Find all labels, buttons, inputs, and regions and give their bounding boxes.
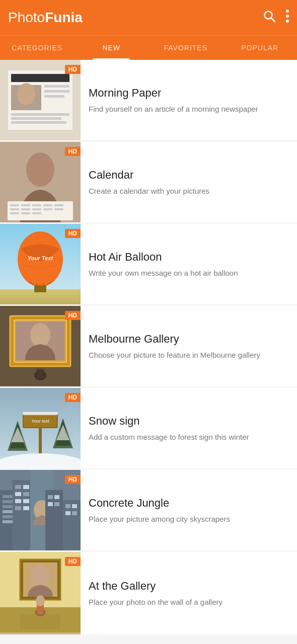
svg-line-1	[271, 18, 275, 22]
hd-badge: HD	[65, 557, 81, 566]
svg-rect-23	[54, 204, 63, 206]
svg-rect-75	[23, 492, 29, 496]
item-title: Calendar	[89, 169, 209, 182]
tab-new[interactable]: NEW	[75, 36, 149, 60]
item-info: Melbourne Gallery Choose your picture to…	[81, 306, 268, 386]
app-header: PhotoFunia	[0, 0, 297, 35]
svg-rect-28	[54, 208, 63, 210]
item-info: Concrete Jungle Place your picture among…	[81, 470, 238, 550]
item-image: HD	[0, 60, 81, 140]
svg-rect-26	[32, 208, 41, 210]
svg-rect-66	[3, 500, 13, 503]
item-info: At the Gallery Place your photo on the w…	[81, 552, 231, 634]
header-icons	[263, 10, 289, 26]
svg-rect-77	[23, 499, 29, 503]
item-desc: Write your own message on a hot air ball…	[89, 268, 238, 278]
svg-rect-89	[72, 504, 77, 508]
svg-rect-67	[3, 505, 13, 508]
nav-tabs: CATEGORIES NEW FAVORITES POPULAR	[0, 35, 297, 60]
svg-rect-70	[3, 520, 13, 523]
svg-rect-37	[34, 285, 46, 292]
svg-rect-78	[15, 506, 21, 510]
svg-rect-83	[48, 495, 53, 499]
item-info: Snow sign Add a custom message to forest…	[81, 388, 257, 468]
svg-rect-101	[20, 614, 60, 629]
svg-rect-69	[3, 515, 13, 518]
content-list: HD Morning Paper Find yourself on an art…	[0, 60, 297, 634]
hd-badge: HD	[65, 311, 81, 320]
hd-badge: HD	[65, 393, 81, 402]
tab-popular[interactable]: POPULAR	[223, 36, 298, 60]
svg-point-9	[17, 83, 35, 105]
svg-rect-62	[23, 412, 58, 415]
svg-rect-14	[44, 90, 69, 93]
svg-rect-19	[10, 204, 19, 206]
hd-badge: HD	[65, 65, 81, 74]
item-title: Morning Paper	[89, 87, 258, 100]
svg-rect-29	[10, 212, 19, 214]
svg-rect-86	[54, 502, 59, 506]
item-title: Snow sign	[89, 415, 249, 428]
list-item[interactable]: Your text HD Snow sign Add a custom mess…	[0, 388, 297, 468]
list-item[interactable]: HD Concrete Jungle Place your picture am…	[0, 470, 297, 550]
item-image: Your Text HD	[0, 224, 81, 304]
item-title: Melbourne Gallery	[89, 333, 260, 346]
item-desc: Create a calendar with your pictures	[89, 186, 209, 196]
list-item[interactable]: HD Morning Paper Find yourself on an art…	[0, 60, 297, 140]
svg-rect-24	[10, 208, 19, 210]
svg-rect-91	[72, 511, 77, 515]
svg-point-2	[286, 10, 289, 13]
item-image: HD	[0, 142, 81, 222]
svg-point-3	[286, 15, 289, 18]
svg-rect-20	[21, 204, 30, 206]
app-logo: PhotoFunia	[8, 10, 83, 26]
item-image: Your text HD	[0, 388, 81, 468]
item-title: Concrete Jungle	[89, 497, 230, 510]
tab-favorites[interactable]: FAVORITES	[148, 36, 223, 60]
item-desc: Choose your picture to feature in Melbou…	[89, 350, 260, 360]
item-image: HD	[0, 552, 81, 634]
item-info: Hot Air Balloon Write your own message o…	[81, 224, 246, 304]
item-info: Morning Paper Find yourself on an articl…	[81, 60, 266, 140]
item-info: Calendar Create a calendar with your pic…	[81, 142, 217, 222]
svg-point-97	[31, 565, 49, 587]
svg-rect-22	[43, 204, 52, 206]
svg-rect-68	[3, 510, 13, 513]
svg-rect-84	[54, 495, 59, 499]
search-icon[interactable]	[263, 10, 276, 26]
svg-rect-27	[43, 208, 52, 210]
item-desc: Place your picture among city skyscraper…	[89, 514, 230, 524]
svg-point-100	[36, 595, 45, 606]
svg-rect-71	[13, 480, 33, 550]
hd-badge: HD	[65, 147, 81, 156]
svg-point-4	[286, 20, 289, 23]
svg-text:Your text: Your text	[31, 419, 49, 424]
svg-rect-85	[48, 502, 53, 506]
logo-funia: Funia	[45, 10, 83, 25]
item-image: HD	[0, 306, 81, 386]
svg-rect-74	[15, 492, 21, 496]
item-title: At the Gallery	[89, 580, 222, 593]
hd-badge: HD	[65, 229, 81, 238]
tab-categories[interactable]: CATEGORIES	[0, 36, 75, 60]
list-item[interactable]: Your Text HD Hot Air Balloon Write your …	[0, 224, 297, 304]
item-title: Hot Air Balloon	[89, 251, 238, 264]
svg-rect-31	[32, 212, 41, 214]
svg-rect-7	[11, 74, 69, 82]
svg-point-47	[30, 323, 50, 347]
list-item[interactable]: HD Calendar Create a calendar with your …	[0, 142, 297, 222]
svg-rect-90	[65, 511, 70, 515]
svg-rect-11	[11, 117, 61, 120]
item-image: HD	[0, 470, 81, 550]
svg-rect-18	[8, 201, 73, 220]
svg-rect-88	[65, 504, 70, 508]
svg-text:Your Text: Your Text	[28, 255, 53, 261]
list-item[interactable]: HD At the Gallery Place your photo on th…	[0, 552, 297, 634]
svg-rect-73	[23, 485, 29, 489]
svg-rect-12	[11, 121, 66, 124]
svg-rect-49	[36, 369, 44, 378]
list-item[interactable]: HD Melbourne Gallery Choose your picture…	[0, 306, 297, 386]
svg-rect-79	[23, 506, 29, 510]
more-options-icon[interactable]	[286, 10, 289, 26]
svg-rect-65	[3, 495, 13, 498]
